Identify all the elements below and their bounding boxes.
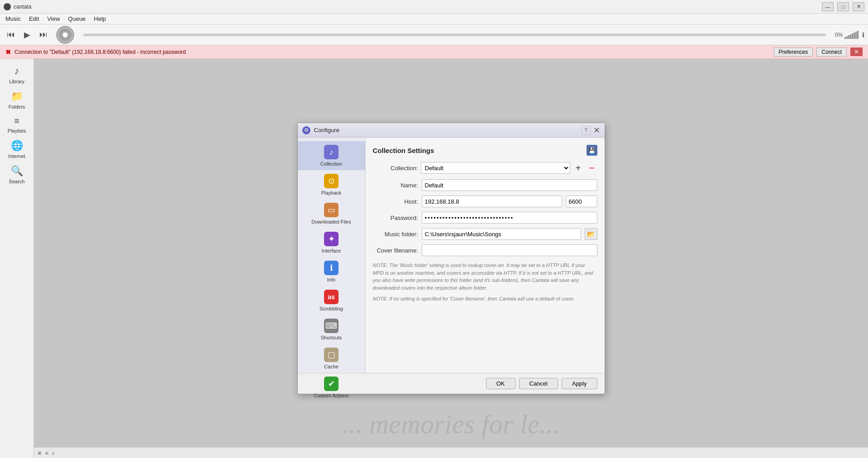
progress-bar[interactable] [83,33,826,36]
sidebar-item-search[interactable]: 🔍 Search [1,162,33,187]
folders-icon: 📁 [11,91,23,102]
ok-button[interactable]: OK [486,378,515,389]
library-icon: ♪ [14,65,19,77]
prev-button[interactable]: ⏮ [4,28,18,42]
vol-bar-8 [857,31,858,39]
menu-music[interactable]: Music [2,14,24,23]
host-label: Host: [373,198,418,205]
sidebar-item-internet[interactable]: 🌐 Internet [1,137,33,162]
sidebar-label-playlists: Playlists [8,128,26,134]
password-row: Password: [373,212,597,224]
note2-text: NOTE: If no setting is specified for 'Co… [373,295,597,303]
search-icon: 🔍 [11,165,23,177]
dlg-sidebar-label-scrobbling: Scrobbling [320,306,343,311]
collection-label: Collection: [373,165,418,172]
note1-text: NOTE: The 'Music folder' setting is used… [373,262,597,291]
maximize-button[interactable]: □ [837,2,849,11]
dlg-sidebar-info[interactable]: ℹ Info [298,257,365,286]
dialog-help-button[interactable]: ? [582,126,591,135]
app-icon [4,3,11,10]
window-controls: — □ ✕ [822,2,864,11]
dlg-sidebar-shortcuts[interactable]: ⌨ Shortcuts [298,315,365,344]
sidebar-label-folders: Folders [9,104,25,110]
music-folder-input[interactable] [422,228,581,240]
dialog-body: ♪ Collection ⊙ Playback ▭ Downloaded Fil… [298,138,605,373]
error-close-button[interactable]: ✕ [850,48,863,56]
error-text: Connection to "Default" (192.168.18.8:66… [14,49,770,55]
browse-folder-button[interactable]: 📂 [585,228,597,240]
configure-dialog: ⚙ Configure ? ✕ ♪ Collection ⊙ [297,123,605,394]
dlg-sidebar-playback[interactable]: ⊙ Playback [298,170,365,199]
dlg-sidebar-label-custom-actions: Custom Actions [314,393,348,398]
hamburger-button[interactable]: ≡ [38,449,41,457]
sidebar-label-internet: Internet [8,153,25,159]
dlg-sidebar-cache[interactable]: ▢ Cache [298,344,365,373]
content-save-icon[interactable]: 💾 [587,145,597,156]
dialog-close-button[interactable]: ✕ [593,125,600,135]
dlg-sidebar-label-shortcuts: Shortcuts [321,335,342,340]
interface-icon: ✦ [324,232,339,246]
menu-view[interactable]: View [43,14,63,23]
dlg-sidebar-interface[interactable]: ✦ Interface [298,228,365,257]
volume-area: 0% ℹ [835,31,864,39]
menu-queue[interactable]: Queue [64,14,89,23]
vol-bar-1 [844,37,846,39]
expand-button[interactable]: › [52,449,54,457]
host-input[interactable] [422,196,562,207]
playlists-icon: ≡ [14,116,19,126]
app-title: cantata [14,4,31,10]
password-input[interactable] [422,212,597,224]
cover-filename-row: Cover filename: [373,244,597,256]
dialog-sidebar: ♪ Collection ⊙ Playback ▭ Downloaded Fil… [298,138,366,373]
sidebar-item-folders[interactable]: 📁 Folders [1,88,33,112]
dlg-sidebar-collection[interactable]: ♪ Collection [298,141,365,170]
dlg-sidebar-scrobbling[interactable]: as Scrobbling [298,286,365,315]
collection-select[interactable]: Default [421,162,570,174]
password-label: Password: [373,215,418,221]
close-button[interactable]: ✕ [853,2,864,11]
minimize-button[interactable]: — [822,2,834,11]
name-label: Name: [373,182,418,189]
cd-icon [56,26,74,44]
content-title: Collection Settings [373,147,434,154]
shortcuts-icon: ⌨ [324,319,339,333]
toolbar: ⏮ ▶ ⏭ 0% ℹ [0,24,868,45]
menu-bar: Music Edit View Queue Help [0,14,868,24]
error-icon: ✖ [5,48,11,56]
remove-collection-button[interactable]: − [587,162,597,173]
preferences-button[interactable]: Preferences [774,48,813,57]
menu-help[interactable]: Help [90,14,110,23]
apply-button[interactable]: Apply [562,378,597,389]
vol-bar-2 [846,36,848,39]
port-input[interactable] [566,196,597,207]
dlg-sidebar-label-collection: Collection [320,161,342,167]
content-area: ... memories for le... ⚙ Configure ? ✕ [34,59,868,458]
dialog-icon: ⚙ [302,126,310,134]
sidebar-item-playlists[interactable]: ≡ Playlists [1,113,33,136]
error-bar: ✖ Connection to "Default" (192.168.18.8:… [0,45,868,59]
add-collection-button[interactable]: + [573,162,584,173]
title-bar: cantata — □ ✕ [0,0,868,14]
vol-bar-7 [855,32,857,39]
next-button[interactable]: ⏭ [36,28,51,42]
main-layout: ♪ Library 📁 Folders ≡ Playlists 🌐 Intern… [0,59,868,458]
cover-filename-input[interactable] [422,244,597,256]
dlg-sidebar-custom-actions[interactable]: ✔ Custom Actions [298,373,365,402]
dlg-sidebar-label-downloaded: Downloaded Files [311,219,351,224]
name-input[interactable] [422,179,597,191]
info-icon[interactable]: ℹ [862,31,864,38]
play-button[interactable]: ▶ [20,28,34,42]
sidebar-label-search: Search [9,179,25,184]
volume-pct: 0% [835,32,843,38]
sidebar-item-library[interactable]: ♪ Library [1,62,33,87]
add-button[interactable]: + [45,449,48,457]
dialog-title: Configure [314,127,582,134]
menu-edit[interactable]: Edit [25,14,43,23]
dlg-sidebar-downloaded[interactable]: ▭ Downloaded Files [298,199,365,228]
bottom-bar: ≡ + › [34,447,868,458]
host-row: Host: [373,196,597,207]
collection-icon: ♪ [324,145,339,159]
connect-button[interactable]: Connect [816,48,847,57]
cancel-button[interactable]: Cancel [519,378,558,389]
scrobbling-icon: as [324,290,339,304]
